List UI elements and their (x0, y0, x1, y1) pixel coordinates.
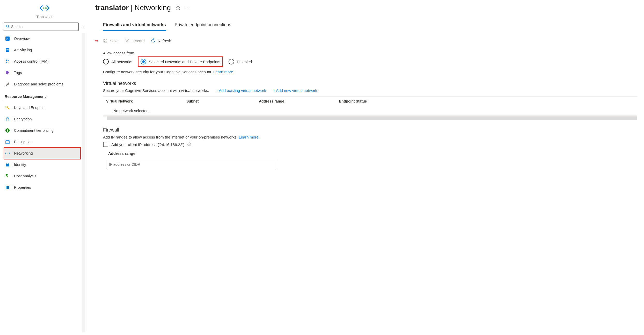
overview-icon: あ (5, 36, 10, 41)
svg-point-1 (45, 8, 46, 9)
svg-rect-23 (7, 163, 8, 164)
sidebar-item-commitment-tier[interactable]: $ Commitment tier pricing (4, 125, 80, 136)
horizontal-scrollbar[interactable] (103, 116, 637, 120)
briefcase-icon (5, 162, 10, 167)
sidebar-item-diagnose[interactable]: Diagnose and solve problems (4, 78, 80, 90)
collapse-sidebar-button[interactable]: « (81, 24, 85, 30)
sidebar-item-label: Keys and Endpoint (14, 106, 46, 110)
radio-icon (229, 59, 234, 64)
access-description: Configure network security for your Cogn… (103, 70, 637, 74)
add-existing-vnet-link[interactable]: + Add existing virtual network (216, 88, 266, 93)
nav-section-resource-management: Resource Management (4, 90, 80, 101)
sidebar-item-label: Networking (14, 151, 33, 155)
vnet-table-header: Virtual Network Subnet Address range End… (103, 96, 637, 106)
save-icon (103, 38, 108, 43)
callout-arrow-icon: ➡ (95, 38, 98, 43)
learn-more-link[interactable]: Learn more. (213, 70, 234, 74)
svg-rect-16 (6, 119, 9, 121)
sidebar-item-cost-analysis[interactable]: $ Cost analysis (4, 170, 80, 182)
sidebar-item-label: Access control (IAM) (14, 59, 49, 63)
sidebar-search[interactable] (4, 23, 79, 31)
sidebar-item-label: Activity log (14, 48, 32, 52)
firewall-learn-more-link[interactable]: Learn more. (239, 135, 260, 139)
svg-point-2 (46, 8, 48, 9)
firewall-section-title: Firewall (103, 127, 637, 133)
svg-point-10 (6, 60, 7, 61)
svg-rect-9 (6, 50, 9, 50)
svg-line-4 (8, 27, 9, 28)
col-endpoint-status: Endpoint Status (339, 99, 634, 103)
networking-icon (5, 151, 10, 155)
vnet-section-title: Virtual networks (103, 81, 637, 86)
page-title: translator | Networking (95, 4, 171, 12)
sidebar-item-activity-log[interactable]: Activity log (4, 44, 80, 56)
svg-rect-22 (6, 164, 9, 166)
add-client-ip-label: Add your client IP address ('24.16.186.2… (111, 142, 184, 147)
sidebar-item-pricing-tier[interactable]: Pricing tier (4, 136, 80, 148)
firewall-description: Add IP ranges to allow access from the i… (103, 135, 637, 139)
tab-private-endpoints[interactable]: Private endpoint connections (175, 22, 231, 31)
col-subnet: Subnet (186, 99, 259, 103)
svg-rect-26 (7, 186, 8, 189)
save-button[interactable]: Save (103, 38, 119, 43)
radio-disabled[interactable]: Disabled (229, 59, 252, 64)
people-icon (5, 59, 10, 64)
radio-icon (141, 59, 146, 64)
svg-rect-27 (8, 186, 9, 189)
sidebar-item-label: Overview (14, 37, 30, 41)
lock-icon (5, 117, 10, 121)
access-radio-group: All networks Selected Networks and Priva… (103, 58, 637, 65)
sidebar-item-label: Commitment tier pricing (14, 128, 54, 133)
svg-rect-25 (6, 186, 6, 189)
sidebar-item-keys-endpoint[interactable]: Keys and Endpoint (4, 102, 80, 113)
sidebar-item-access-control[interactable]: Access control (IAM) (4, 56, 80, 67)
ip-address-input[interactable] (106, 160, 277, 169)
sidebar-item-overview[interactable]: あ Overview (4, 33, 80, 44)
favorite-star-icon[interactable] (175, 5, 181, 11)
sidebar-item-label: Encryption (14, 117, 32, 121)
refresh-button[interactable]: Refresh (151, 38, 171, 43)
sidebar-header: Translator (4, 5, 85, 19)
vnet-description: Secure your Cognitive Services account w… (103, 88, 209, 93)
sidebar-item-label: Diagnose and solve problems (14, 82, 63, 86)
address-range-label: Address range (103, 151, 637, 156)
sidebar-item-tags[interactable]: Tags (4, 67, 80, 78)
info-icon[interactable]: ⓘ (187, 142, 191, 147)
col-virtual-network: Virtual Network (106, 99, 186, 103)
tag-icon (5, 70, 10, 75)
nav-scroll[interactable]: あ Overview Activity log Access control (… (4, 33, 85, 332)
col-address-range: Address range (259, 99, 339, 103)
sidebar: Translator « あ Overview Activity log Acc… (0, 0, 88, 335)
main-content: translator | Networking ··· Firewalls an… (88, 0, 644, 335)
toolbar: ➡ Save Discard Refresh (103, 38, 637, 43)
resource-type-label: Translator (36, 15, 53, 19)
svg-point-12 (6, 72, 7, 72)
add-new-vnet-link[interactable]: + Add new virtual network (273, 88, 317, 93)
sidebar-item-identity[interactable]: Identity (4, 159, 80, 170)
radio-all-networks[interactable]: All networks (103, 59, 132, 64)
more-menu-icon[interactable]: ··· (185, 5, 191, 11)
translator-icon (39, 5, 50, 12)
svg-point-3 (6, 25, 9, 27)
sidebar-item-label: Properties (14, 185, 31, 190)
sidebar-search-input[interactable] (11, 25, 76, 29)
vnet-empty-row: No network selected. (103, 106, 637, 116)
sidebar-item-networking[interactable]: Networking (4, 148, 80, 159)
sidebar-item-label: Cost analysis (14, 174, 36, 178)
svg-point-20 (7, 153, 8, 154)
key-icon (5, 105, 10, 110)
page-title-row: translator | Networking ··· (95, 4, 637, 12)
radio-selected-networks[interactable]: Selected Networks and Private Endpoints (139, 58, 222, 65)
sidebar-item-label: Pricing tier (14, 140, 32, 144)
add-client-ip-checkbox[interactable] (103, 142, 108, 147)
refresh-icon (151, 38, 156, 43)
svg-text:$: $ (6, 174, 8, 178)
sidebar-item-label: Tags (14, 71, 22, 75)
svg-point-21 (8, 153, 8, 154)
sidebar-item-encryption[interactable]: Encryption (4, 113, 80, 125)
svg-rect-8 (6, 49, 9, 50)
tab-firewalls[interactable]: Firewalls and virtual networks (103, 22, 166, 31)
svg-line-15 (9, 108, 9, 109)
sidebar-item-properties[interactable]: Properties (4, 182, 80, 193)
discard-button[interactable]: Discard (125, 38, 145, 43)
